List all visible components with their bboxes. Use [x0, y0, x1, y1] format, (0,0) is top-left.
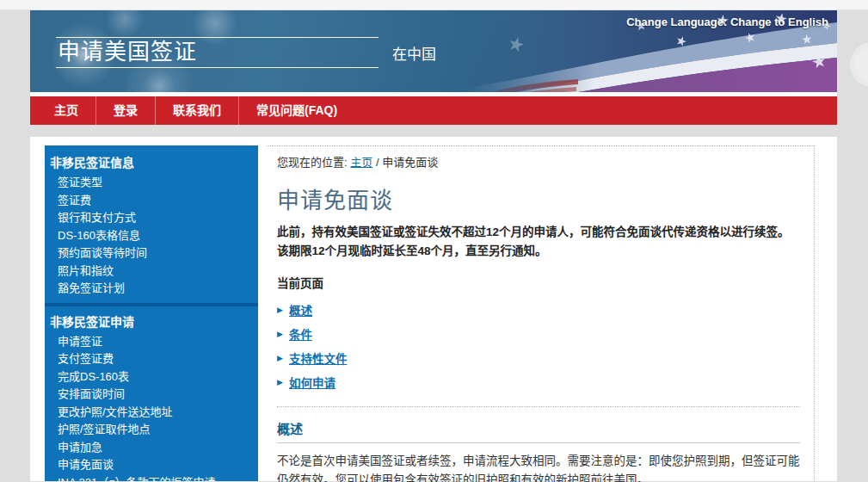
sidebar-item-bank-payment-options[interactable]: 银行和支付方式 — [45, 209, 258, 227]
toc-row: ▶ 概述 — [277, 301, 800, 318]
toc-row: ▶ 条件 — [277, 325, 800, 343]
toc-link-overview[interactable]: 概述 — [289, 301, 312, 318]
sidebar-section-niv-apply: 非移民签证申请 申请签证 支付签证费 完成DS-160表 安排面谈时间 更改护照… — [45, 303, 258, 482]
arrow-bullet-icon: ▶ — [277, 331, 283, 338]
toc-link-how-to-apply[interactable]: 如何申请 — [289, 374, 336, 391]
breadcrumb-home-link[interactable]: 主页 — [350, 156, 372, 169]
nav-content-gap — [30, 125, 837, 137]
sidebar-item-visa-fee[interactable]: 签证费 — [45, 192, 258, 210]
nav-home[interactable]: 主页 — [37, 96, 95, 125]
overview-paragraph-1: 不论是首次申请美国签证或者续签，申请流程大致相同。需要注意的是：即使您护照到期，… — [277, 452, 800, 482]
sidebar-item-passport-visa-collection-locations[interactable]: 护照/签证取件地点 — [45, 421, 258, 439]
sidebar-item-visa-waiver-program[interactable]: 豁免签证计划 — [45, 280, 258, 298]
sidebar-item-expedited-request[interactable]: 申请加急 — [45, 439, 258, 457]
site-title: 申请美国签证 — [58, 40, 377, 64]
main-wrapper: 非移民签证信息 签证类型 签证费 银行和支付方式 DS-160表格信息 预约面谈… — [30, 137, 837, 481]
sidebar: 非移民签证信息 签证类型 签证费 银行和支付方式 DS-160表格信息 预约面谈… — [45, 145, 258, 481]
section-divider — [277, 406, 800, 407]
sidebar-title-niv-info[interactable]: 非移民签证信息 — [45, 147, 258, 174]
language-bar-label: Change Language: — [626, 15, 727, 28]
current-page-label: 当前页面 — [277, 274, 800, 291]
arrow-bullet-icon: ▶ — [277, 355, 283, 362]
sidebar-title-niv-apply[interactable]: 非移民签证申请 — [45, 306, 258, 333]
sidebar-item-apply-visa[interactable]: 申请签证 — [45, 333, 258, 351]
toc-row: ▶ 如何申请 — [277, 374, 800, 391]
breadcrumb-prefix: 您现在的位置: — [277, 156, 348, 169]
change-to-english-link[interactable]: Change to English — [730, 15, 828, 28]
arrow-bullet-icon: ▶ — [277, 306, 283, 314]
language-bar: Change Language: Change to English — [626, 15, 828, 28]
edge-floating-widget[interactable] — [854, 46, 868, 83]
toc-list: ▶ 概述 ▶ 条件 ▶ 支持性文件 ▶ 如何申请 — [277, 301, 800, 391]
nav-faq[interactable]: 常见问题(FAQ) — [239, 96, 354, 125]
sidebar-item-change-document-delivery-address[interactable]: 更改护照/文件送达地址 — [45, 404, 258, 422]
arrow-bullet-icon: ▶ — [277, 379, 283, 386]
breadcrumb-current: 申请免面谈 — [382, 156, 438, 169]
page-top-strip — [0, 0, 868, 10]
sidebar-item-ina-221g-refusals[interactable]: INA 221（g）条款下的拒签申请 — [45, 474, 258, 482]
banner-title-box: 申请美国签证 — [56, 37, 379, 68]
sidebar-item-ds160-info[interactable]: DS-160表格信息 — [45, 227, 258, 245]
toc-row: ▶ 支持性文件 — [277, 349, 800, 367]
toc-link-requirements[interactable]: 条件 — [289, 325, 312, 343]
content-area: 您现在的位置: 主页 / 申请免面谈 申请免面谈 此前，持有效美国签证或签证失效… — [267, 145, 815, 481]
sidebar-section-niv-info: 非移民签证信息 签证类型 签证费 银行和支付方式 DS-160表格信息 预约面谈… — [45, 147, 258, 303]
sidebar-item-visa-types[interactable]: 签证类型 — [45, 174, 258, 192]
sidebar-item-pay-visa-fee[interactable]: 支付签证费 — [45, 350, 258, 368]
breadcrumb: 您现在的位置: 主页 / 申请免面谈 — [277, 153, 800, 170]
toc-link-supporting-documents[interactable]: 支持性文件 — [289, 349, 348, 367]
page-title: 申请免面谈 — [277, 182, 800, 214]
intro-paragraph: 此前，持有效美国签证或签证失效不超过12个月的申请人，可能符合免面谈代传递资格以… — [277, 223, 800, 260]
sidebar-item-interview-waiver[interactable]: 申请免面谈 — [45, 456, 258, 474]
header-banner: Change Language: Change to English 申请美国签… — [30, 10, 837, 92]
sidebar-item-appointment-wait-times[interactable]: 预约面谈等待时间 — [45, 244, 258, 263]
sidebar-item-complete-ds160[interactable]: 完成DS-160表 — [45, 368, 258, 386]
overview-heading: 概述 — [277, 419, 800, 443]
site-region: 在中国 — [392, 42, 436, 64]
banner-title-block: 申请美国签证 在中国 — [56, 37, 436, 68]
sidebar-item-photos-fingerprints[interactable]: 照片和指纹 — [45, 263, 258, 281]
page-container: Change Language: Change to English 申请美国签… — [30, 10, 837, 481]
sidebar-item-schedule-appointment[interactable]: 安排面谈时间 — [45, 386, 258, 404]
main-nav: 主页 登录 联系我们 常见问题(FAQ) — [30, 96, 837, 125]
breadcrumb-separator: / — [376, 156, 379, 169]
nav-contact-us[interactable]: 联系我们 — [156, 96, 238, 125]
nav-login[interactable]: 登录 — [96, 96, 155, 125]
